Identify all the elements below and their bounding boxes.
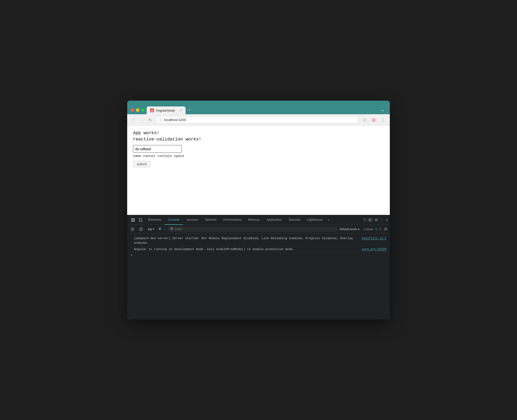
divider: | [164,227,165,231]
devtools-panel: Elements Console Sources Network Perform… [127,215,390,319]
submit-button[interactable]: submit [133,161,150,167]
devtools-inspect-icon[interactable] [137,217,145,223]
tab-title: AngularStudy [156,109,175,112]
active-tab[interactable]: AngularStudy × [147,106,186,114]
filter-icon [170,228,173,231]
security-icon: ⓘ [159,118,162,122]
svg-rect-4 [133,220,135,222]
tab-elements[interactable]: Elements [145,215,165,225]
console-source-0[interactable]: polyfills.js:1 [362,236,386,241]
issue-count: 1 [367,218,373,222]
console-output: [webpack-dev-server] Server started: Hot… [127,234,390,319]
tab-performance[interactable]: Performance [220,215,245,225]
address-bar: ← → ↻ ⓘ ☆ 🌸 ⋮ [127,114,390,126]
forward-button[interactable]: → [139,117,145,122]
traffic-lights [131,108,145,112]
tab-close-button[interactable]: × [180,108,182,112]
console-toolbar: top ▾ 👁 | Default levels ▾ 1 Issue: 🗨 1 … [127,225,390,234]
console-message-1: Angular is running in development mode. … [127,246,390,253]
tab-lighthouse[interactable]: Lighthouse [303,215,326,225]
default-levels-selector[interactable]: Default levels ▾ [339,228,359,231]
reactive-validation-text: reactive-validation works! [133,137,384,142]
tab-application[interactable]: Application [263,215,285,225]
app-works-text: App works! [133,131,384,135]
validation-error-text: name cannot contain space [133,154,384,158]
context-selector[interactable]: top ▾ [146,226,156,232]
tab-list-chevron[interactable]: ⌄ [379,107,386,112]
context-label: top [148,227,152,231]
devtools-tab-bar: Elements Console Sources Network Perform… [127,215,390,225]
reload-button[interactable]: ↻ [147,117,153,123]
avatar-icon[interactable]: 🌸 [370,116,377,123]
chat-icon: 🗨 [363,218,366,222]
close-button[interactable] [131,108,134,112]
devtools-toggle-icon[interactable] [129,217,137,223]
console-message-0: [webpack-dev-server] Server started: Hot… [127,236,390,246]
address-input[interactable] [164,118,355,122]
browser-window: AngularStudy × + ⌄ ← → ↻ ⓘ ☆ 🌸 ⋮ App wor… [127,101,390,319]
console-sidebar-button[interactable] [130,227,136,232]
name-input[interactable] [133,145,182,153]
tab-security[interactable]: Security [285,215,303,225]
svg-rect-6 [140,220,142,222]
filter-area[interactable] [168,227,338,232]
page-content: App works! reactive-validation works! na… [127,126,390,215]
back-button[interactable]: ← [131,117,136,122]
devtools-right-controls: 🗨 1 ⚙ ⋮ × [363,218,388,222]
maximize-button[interactable] [141,108,145,112]
svg-rect-2 [133,218,135,220]
console-message-text-1: Angular is running in development mode. … [134,247,359,252]
toolbar-right: ☆ 🌸 ⋮ [361,116,386,123]
tab-memory[interactable]: Memory [245,215,263,225]
svg-rect-5 [139,218,142,220]
issues-badge[interactable]: 🗨 1 [363,218,373,222]
settings-icon[interactable]: ⚙ [374,218,378,222]
filter-input[interactable] [175,227,335,231]
console-caret[interactable]: > [127,253,390,258]
console-source-1[interactable]: core.mjs:25520 [362,247,386,252]
svg-rect-3 [131,220,133,222]
tab-console[interactable]: Console [165,215,183,225]
tab-network[interactable]: Network [202,215,220,225]
more-tabs-button[interactable]: » [326,218,331,222]
new-tab-button[interactable]: + [187,107,192,113]
console-settings-icon[interactable]: ⚙ [384,227,387,231]
bookmark-icon[interactable]: ☆ [361,116,368,123]
eye-icon[interactable]: 👁 [158,227,162,231]
title-bar: AngularStudy × + ⌄ [127,101,390,114]
address-input-wrap[interactable]: ⓘ [155,116,359,123]
tab-sources[interactable]: Sources [183,215,202,225]
tab-bar: AngularStudy × + ⌄ [147,106,386,114]
menu-icon[interactable]: ⋮ [380,116,386,123]
close-devtools-button[interactable]: × [386,218,388,222]
svg-rect-0 [151,111,153,112]
svg-rect-1 [131,218,133,220]
issue-counter[interactable]: 1 Issue: 🗨 1 [363,228,381,231]
svg-rect-7 [131,228,133,231]
context-dropdown-icon: ▾ [153,228,154,231]
tab-favicon [150,108,154,112]
issue-number: 1 [379,228,381,231]
clear-console-button[interactable] [138,227,144,232]
svg-line-12 [140,228,142,230]
minimize-button[interactable] [136,108,139,112]
issue-chat-icon: 🗨 [375,228,378,231]
console-message-text-0: [webpack-dev-server] Server started: Hot… [134,236,359,245]
more-options-icon[interactable]: ⋮ [380,218,384,222]
